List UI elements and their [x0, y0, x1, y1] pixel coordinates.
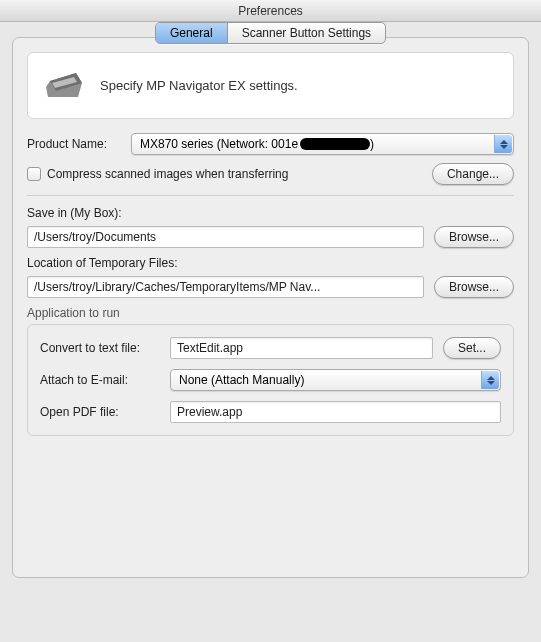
banner: Specify MP Navigator EX settings. — [27, 52, 514, 119]
window-title: Preferences — [238, 4, 303, 18]
product-name-value-suffix: ) — [370, 137, 374, 151]
banner-text: Specify MP Navigator EX settings. — [100, 78, 298, 93]
app-group: Convert to text file: TextEdit.app Set..… — [27, 324, 514, 436]
compress-label: Compress scanned images when transferrin… — [47, 167, 288, 181]
redacted-mac — [300, 138, 370, 150]
tab-bar: General Scanner Button Settings — [155, 22, 386, 44]
temp-location-field[interactable]: /Users/troy/Library/Caches/TemporaryItem… — [27, 276, 424, 298]
chevron-updown-icon — [494, 135, 512, 153]
divider — [27, 195, 514, 196]
attach-email-label: Attach to E-mail: — [40, 373, 160, 387]
save-browse-button[interactable]: Browse... — [434, 226, 514, 248]
compress-checkbox[interactable] — [27, 167, 41, 181]
attach-email-value: None (Attach Manually) — [179, 373, 304, 387]
product-name-label: Product Name: — [27, 137, 123, 151]
open-pdf-label: Open PDF file: — [40, 405, 160, 419]
scanner-icon — [44, 67, 84, 104]
temp-browse-button[interactable]: Browse... — [434, 276, 514, 298]
app-group-title: Application to run — [27, 306, 514, 320]
tab-general[interactable]: General — [156, 23, 228, 43]
set-button[interactable]: Set... — [443, 337, 501, 359]
convert-to-text-field[interactable]: TextEdit.app — [170, 337, 433, 359]
tab-scanner-button-settings[interactable]: Scanner Button Settings — [228, 23, 385, 43]
open-pdf-field[interactable]: Preview.app — [170, 401, 501, 423]
chevron-updown-icon — [481, 371, 499, 389]
product-name-select[interactable]: MX870 series (Network: 001e ) — [131, 133, 514, 155]
save-in-label: Save in (My Box): — [27, 206, 514, 220]
save-in-field[interactable]: /Users/troy/Documents — [27, 226, 424, 248]
convert-to-text-label: Convert to text file: — [40, 341, 160, 355]
attach-email-select[interactable]: None (Attach Manually) — [170, 369, 501, 391]
temp-location-label: Location of Temporary Files: — [27, 256, 514, 270]
window-titlebar: Preferences — [0, 0, 541, 22]
general-panel: Specify MP Navigator EX settings. Produc… — [12, 37, 529, 578]
change-button[interactable]: Change... — [432, 163, 514, 185]
product-name-value-prefix: MX870 series (Network: 001e — [140, 137, 298, 151]
